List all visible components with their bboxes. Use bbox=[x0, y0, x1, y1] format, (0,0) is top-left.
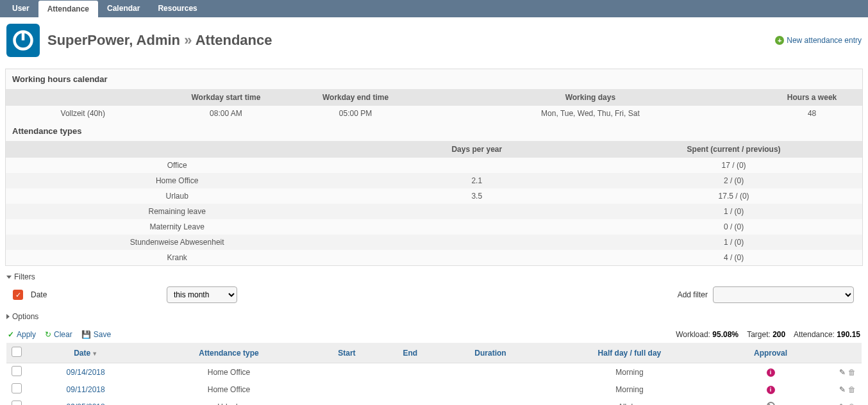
col-type[interactable]: Attendance type bbox=[144, 343, 313, 363]
type-name: Urlaub bbox=[6, 188, 348, 204]
filters-section: Filters ✓ Date this month Add filter bbox=[6, 271, 862, 307]
attendance-stat-label: Attendance: bbox=[794, 330, 835, 339]
entry-end bbox=[380, 398, 440, 405]
tab-user[interactable]: User bbox=[3, 0, 38, 17]
tab-resources[interactable]: Resources bbox=[149, 0, 206, 17]
col-start[interactable]: Start bbox=[313, 343, 380, 363]
entry-start bbox=[313, 398, 380, 405]
col-duration[interactable]: Duration bbox=[440, 343, 540, 363]
type-spent: 4 / (0) bbox=[605, 250, 862, 265]
apply-button[interactable]: ✓ Apply bbox=[8, 330, 36, 339]
type-name: Office bbox=[6, 158, 348, 173]
wh-hours: 48 bbox=[762, 106, 862, 121]
entry-date-link[interactable]: 09/14/2018 bbox=[67, 368, 105, 377]
clear-button[interactable]: ↻ Clear bbox=[45, 330, 72, 339]
row-checkbox[interactable] bbox=[12, 366, 22, 376]
target-value: 200 bbox=[772, 330, 785, 339]
working-hours-table: Workday start time Workday end time Work… bbox=[6, 89, 862, 121]
entry-row: 09/11/2018Home OfficeMorningi✎🗑 bbox=[6, 381, 862, 398]
date-filter-checkbox[interactable]: ✓ bbox=[13, 290, 23, 300]
delete-icon[interactable]: 🗑 bbox=[847, 368, 856, 377]
col-halfday[interactable]: Half day / full day bbox=[541, 343, 718, 363]
title-separator: » bbox=[184, 32, 196, 48]
tab-attendance[interactable]: Attendance bbox=[38, 1, 98, 17]
type-dpy: 3.5 bbox=[348, 188, 605, 204]
entry-date-link[interactable]: 09/05/2018 bbox=[67, 402, 105, 406]
edit-icon[interactable]: ✎ bbox=[837, 368, 846, 377]
chevron-right-icon bbox=[6, 314, 10, 319]
col-hours: Hours a week bbox=[762, 89, 862, 106]
entry-halfday: All day bbox=[541, 398, 718, 405]
options-section: Options bbox=[6, 311, 862, 322]
type-dpy bbox=[348, 204, 605, 219]
edit-icon[interactable]: ✎ bbox=[837, 385, 846, 394]
power-icon bbox=[12, 29, 35, 52]
entry-duration bbox=[440, 398, 540, 405]
attendance-stat-value: 190.15 bbox=[837, 330, 860, 339]
status-pending-icon: i bbox=[767, 368, 775, 377]
col-type-name bbox=[6, 141, 348, 158]
date-filter-row: ✓ Date this month Add filter bbox=[6, 283, 862, 307]
page-header: SuperPower, Admin » Attendance + New att… bbox=[0, 17, 868, 69]
stats: Workload: 95.08% Target: 200 Attendance:… bbox=[676, 330, 860, 339]
page-title: SuperPower, Admin » Attendance bbox=[47, 32, 775, 49]
wh-end: 05:00 PM bbox=[292, 106, 419, 121]
type-row: Remaining leave1 / (0) bbox=[6, 204, 862, 219]
entries-table: Date▼ Attendance type Start End Duration… bbox=[6, 343, 862, 405]
chevron-down-icon bbox=[6, 276, 12, 279]
wh-name: Vollzeit (40h) bbox=[6, 106, 160, 121]
type-spent: 1 / (0) bbox=[605, 204, 862, 219]
col-date[interactable]: Date▼ bbox=[27, 343, 144, 363]
tab-calendar[interactable]: Calendar bbox=[98, 0, 149, 17]
type-name: Home Office bbox=[6, 173, 348, 188]
col-start: Workday start time bbox=[160, 89, 292, 106]
select-all-header[interactable] bbox=[6, 343, 27, 363]
col-days: Working days bbox=[419, 89, 762, 106]
type-row: Office17 / (0) bbox=[6, 158, 862, 173]
type-dpy: 2.1 bbox=[348, 173, 605, 188]
edit-icon[interactable]: ✎ bbox=[837, 402, 846, 406]
entry-start bbox=[313, 381, 380, 398]
type-dpy bbox=[348, 158, 605, 173]
top-nav: User Attendance Calendar Resources bbox=[0, 0, 868, 17]
entry-type: Home Office bbox=[144, 363, 313, 381]
add-filter-select[interactable] bbox=[713, 286, 854, 303]
delete-icon[interactable]: 🗑 bbox=[847, 402, 856, 406]
delete-icon[interactable]: 🗑 bbox=[847, 385, 856, 394]
type-row: Maternity Leave0 / (0) bbox=[6, 219, 862, 235]
target-label: Target: bbox=[747, 330, 771, 339]
type-spent: 2 / (0) bbox=[605, 173, 862, 188]
type-spent: 1 / (0) bbox=[605, 235, 862, 250]
status-denied-icon bbox=[767, 402, 775, 406]
date-filter-label: Date bbox=[31, 290, 159, 299]
clear-label: Clear bbox=[54, 330, 72, 339]
col-spent: Spent (current / previous) bbox=[605, 141, 862, 158]
action-bar: ✓ Apply ↻ Clear 💾 Save Workload: 95.08% … bbox=[0, 326, 868, 343]
new-attendance-entry-link[interactable]: + New attendance entry bbox=[775, 36, 862, 45]
filters-toggle[interactable]: Filters bbox=[6, 271, 862, 283]
sort-desc-icon: ▼ bbox=[92, 351, 97, 357]
date-filter-select[interactable]: this month bbox=[167, 286, 237, 303]
entry-type: Home Office bbox=[144, 381, 313, 398]
save-label: Save bbox=[94, 330, 111, 339]
type-dpy bbox=[348, 235, 605, 250]
options-toggle[interactable]: Options bbox=[6, 311, 862, 322]
row-checkbox[interactable] bbox=[12, 383, 22, 393]
entry-duration bbox=[440, 381, 540, 398]
filters-label: Filters bbox=[14, 272, 35, 281]
entry-row: 09/05/2018UrlaubAll day✎🗑 bbox=[6, 398, 862, 405]
col-blank bbox=[6, 89, 160, 106]
type-spent: 17.5 / (0) bbox=[605, 188, 862, 204]
select-all-checkbox[interactable] bbox=[12, 347, 22, 357]
col-end[interactable]: End bbox=[380, 343, 440, 363]
plus-icon: + bbox=[775, 36, 784, 45]
row-checkbox[interactable] bbox=[12, 401, 22, 405]
working-hours-row: Vollzeit (40h) 08:00 AM 05:00 PM Mon, Tu… bbox=[6, 106, 862, 121]
col-approval[interactable]: Approval bbox=[718, 343, 823, 363]
col-end: Workday end time bbox=[292, 89, 419, 106]
new-entry-label: New attendance entry bbox=[787, 36, 862, 45]
entry-approval: i bbox=[718, 381, 823, 398]
entry-date-link[interactable]: 09/11/2018 bbox=[67, 385, 105, 394]
save-button[interactable]: 💾 Save bbox=[81, 330, 111, 339]
disk-icon: 💾 bbox=[81, 330, 91, 339]
